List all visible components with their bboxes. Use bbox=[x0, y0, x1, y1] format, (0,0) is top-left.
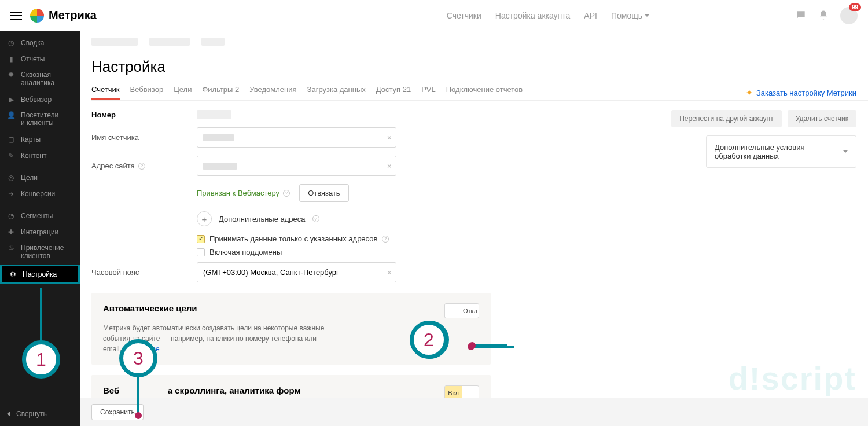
auto-goals-title: Автоматические цели bbox=[103, 303, 197, 313]
gear-icon: ⚙ bbox=[9, 270, 17, 278]
clear-tz-icon[interactable]: × bbox=[387, 268, 392, 277]
chat-icon[interactable] bbox=[795, 9, 807, 23]
toggle-off-segment bbox=[445, 304, 462, 318]
arrow-icon: ➜ bbox=[7, 190, 15, 198]
sidebar-item-acquisition[interactable]: ♨Привлечение клиентов bbox=[0, 240, 80, 265]
callout-3: 3 bbox=[119, 339, 157, 377]
breadcrumb bbox=[91, 31, 868, 52]
target-icon: ◎ bbox=[7, 174, 15, 182]
counter-number-label: Номер bbox=[91, 111, 116, 119]
sidebar-item-maps[interactable]: ▢Карты bbox=[0, 131, 80, 148]
additional-addresses-label: Дополнительные адреса bbox=[219, 215, 306, 223]
auto-goals-toggle[interactable]: Откл bbox=[444, 303, 479, 318]
chevron-down-icon bbox=[843, 150, 848, 153]
notification-badge: 99 bbox=[849, 3, 861, 11]
sidebar-item-settings[interactable]: ⚙Настройка bbox=[0, 265, 80, 284]
chevron-down-icon bbox=[645, 14, 649, 17]
data-processing-accordion[interactable]: Дополнительные условия обработки данных bbox=[706, 135, 856, 168]
chevron-left-icon bbox=[7, 411, 10, 417]
clear-name-icon[interactable]: × bbox=[387, 133, 392, 142]
logo[interactable]: Метрика bbox=[30, 9, 97, 23]
page-title: Настройка bbox=[91, 58, 868, 76]
help-icon[interactable]: ? bbox=[382, 236, 389, 243]
timezone-label: Часовой пояс bbox=[91, 268, 139, 277]
sidebar-collapse[interactable]: Свернуть bbox=[0, 402, 80, 426]
counter-name-label: Имя счетчика bbox=[91, 133, 139, 142]
sidebar-item-webvisor[interactable]: ▶Вебвизор bbox=[0, 91, 80, 108]
toggle-off-label: Откл bbox=[462, 304, 479, 318]
sidebar-item-reports[interactable]: ▮Отчеты bbox=[0, 51, 80, 67]
map-icon: ▢ bbox=[7, 135, 15, 144]
webvisor-panel-title: Вебxxxxxxxxxxа скроллинга, аналитика фор… bbox=[103, 385, 301, 395]
clock-icon: ◷ bbox=[7, 39, 15, 47]
flame-icon: ♨ bbox=[7, 244, 15, 252]
sidebar-item-summary[interactable]: ◷Сводка bbox=[0, 35, 80, 51]
sidebar-item-through-analytics[interactable]: ✸Сквозная аналитика bbox=[0, 67, 80, 91]
nav-api[interactable]: API bbox=[584, 11, 597, 20]
sidebar-item-segments[interactable]: ◔Сегменты bbox=[0, 208, 80, 224]
delete-counter-button[interactable]: Удалить счетчик bbox=[788, 110, 856, 127]
subdomains-checkbox[interactable] bbox=[197, 248, 205, 256]
order-metrika-setup-link[interactable]: ✦ Заказать настройку Метрики bbox=[746, 88, 856, 97]
pie-icon: ◔ bbox=[7, 212, 15, 220]
tab-data-upload[interactable]: Загрузка данных bbox=[307, 85, 366, 100]
clear-site-icon[interactable]: × bbox=[387, 161, 392, 171]
bars-icon: ▮ bbox=[7, 55, 15, 63]
linked-webmaster-link[interactable]: Привязан к Вебмастеру ? bbox=[197, 189, 290, 197]
tab-goals[interactable]: Цели bbox=[174, 85, 192, 100]
tab-filters[interactable]: Фильтры 2 bbox=[202, 85, 239, 100]
sidebar-item-integrations[interactable]: ✚Интеграции bbox=[0, 224, 80, 240]
top-nav: Счетчики Настройка аккаунта API Помощь bbox=[447, 11, 649, 20]
subdomains-label: Включая поддомены bbox=[209, 248, 282, 256]
sidebar-item-conversions[interactable]: ➜Конверсии bbox=[0, 186, 80, 202]
nav-counters[interactable]: Счетчики bbox=[447, 11, 481, 20]
sparkle-icon: ✦ bbox=[746, 88, 753, 97]
logo-icon bbox=[30, 9, 44, 23]
only-addresses-label: Принимать данные только с указанных адре… bbox=[209, 234, 377, 243]
bell-icon[interactable] bbox=[818, 10, 829, 22]
sidebar-item-content[interactable]: ✎Контент bbox=[0, 148, 80, 164]
tab-access[interactable]: Доступ 21 bbox=[376, 85, 411, 100]
save-bar: Сохранить bbox=[80, 398, 868, 426]
nav-help[interactable]: Помощь bbox=[611, 11, 649, 20]
tab-counter[interactable]: Счетчик bbox=[91, 85, 120, 100]
add-address-button[interactable]: + bbox=[197, 211, 212, 226]
tab-webvisor[interactable]: Вебвизор bbox=[130, 85, 164, 100]
avatar[interactable]: 99 bbox=[840, 7, 858, 24]
only-addresses-checkbox[interactable] bbox=[197, 235, 205, 243]
burst-icon: ✸ bbox=[7, 71, 15, 79]
brand-text: Метрика bbox=[49, 9, 97, 22]
help-icon[interactable]: ? bbox=[312, 215, 319, 222]
unlink-button[interactable]: Отвязать bbox=[299, 184, 349, 202]
sidebar-item-goals[interactable]: ◎Цели bbox=[0, 170, 80, 186]
pencil-icon: ✎ bbox=[7, 152, 15, 160]
site-address-label: Адрес сайта bbox=[91, 161, 135, 170]
play-icon: ▶ bbox=[7, 96, 15, 104]
callout-2: 2 bbox=[410, 321, 448, 359]
tabs: Счетчик Вебвизор Цели Фильтры 2 Уведомле… bbox=[91, 85, 523, 100]
transfer-account-button[interactable]: Перенести на другой аккаунт bbox=[671, 110, 782, 127]
tab-pvl[interactable]: PVL bbox=[421, 85, 436, 100]
user-icon: 👤 bbox=[7, 112, 15, 120]
sidebar-item-visitors[interactable]: 👤Посетители и клиенты bbox=[0, 108, 80, 132]
help-icon[interactable]: ? bbox=[138, 163, 145, 170]
tab-reports-connection[interactable]: Подключение отчетов bbox=[446, 85, 523, 100]
tab-notifications[interactable]: Уведомления bbox=[249, 85, 296, 100]
nav-account-settings[interactable]: Настройка аккаунта bbox=[495, 11, 571, 20]
timezone-select[interactable] bbox=[197, 262, 396, 282]
callout-1: 1 bbox=[22, 340, 60, 379]
help-icon[interactable]: ? bbox=[283, 190, 290, 197]
puzzle-icon: ✚ bbox=[7, 228, 15, 236]
hamburger-menu[interactable] bbox=[10, 12, 22, 20]
